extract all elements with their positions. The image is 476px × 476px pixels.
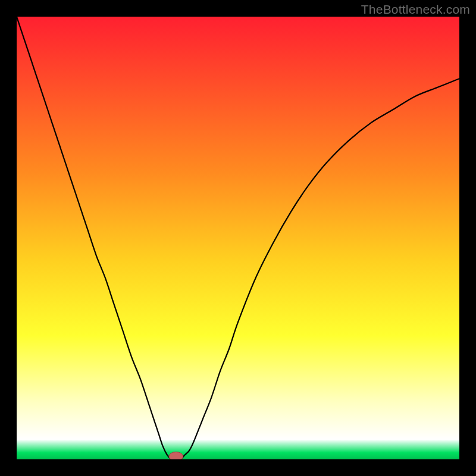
gradient-background	[17, 17, 459, 459]
bottleneck-chart	[17, 17, 459, 459]
optimum-marker	[169, 452, 183, 459]
chart-frame	[17, 17, 459, 459]
watermark-text: TheBottleneck.com	[361, 2, 470, 17]
